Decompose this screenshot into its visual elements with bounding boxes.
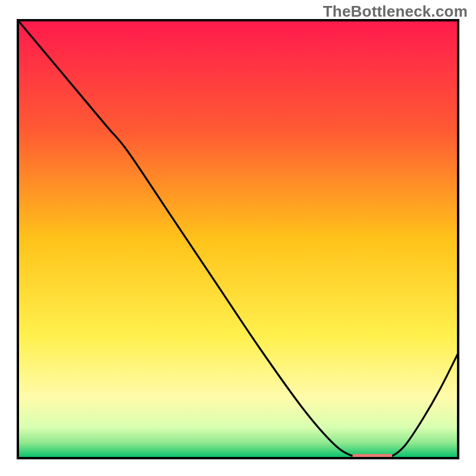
chart-frame: TheBottleneck.com — [0, 0, 476, 476]
bottleneck-chart — [0, 0, 476, 476]
watermark-text: TheBottleneck.com — [323, 2, 468, 21]
plot-background — [18, 20, 458, 458]
